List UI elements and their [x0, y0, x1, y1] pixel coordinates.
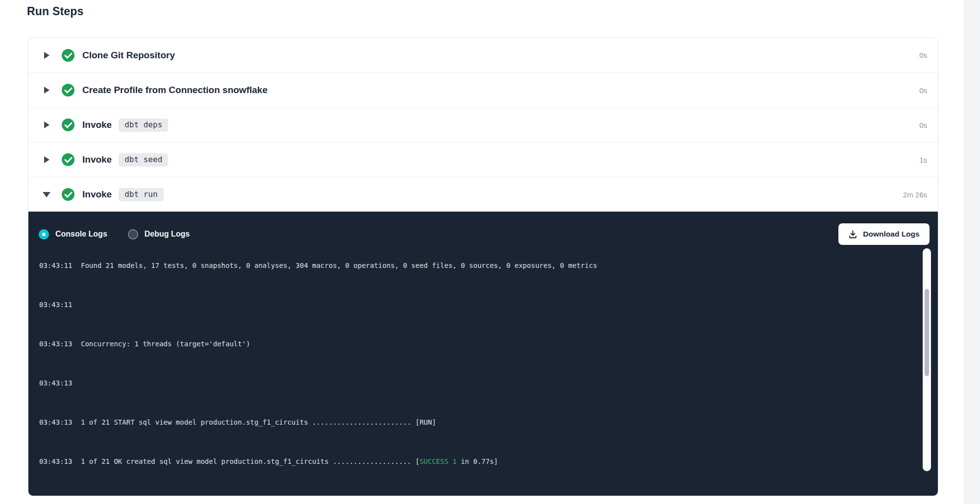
log-message-suffix: in 0.77s]: [457, 457, 498, 465]
log-timestamp: 03:43:13: [39, 417, 81, 427]
step-duration: 0s: [919, 121, 927, 129]
console-logs-radio[interactable]: [39, 229, 49, 240]
log-message: Concurrency: 1 threads (target='default'…: [81, 340, 250, 348]
log-timestamp: 03:43:13: [39, 378, 81, 388]
run-steps-list: Clone Git Repository 0s Create Profile f…: [28, 38, 938, 212]
step-expander[interactable]: [42, 52, 51, 59]
caret-right-icon[interactable]: [44, 121, 49, 128]
log-timestamp: 03:43:11: [39, 300, 81, 310]
run-steps-card: Clone Git Repository 0s Create Profile f…: [28, 37, 938, 496]
console-log-output: 03:43:11Found 21 models, 17 tests, 0 sna…: [39, 245, 918, 490]
check-circle-icon: [62, 84, 74, 96]
log-line: 03:43:11: [39, 300, 918, 310]
caret-down-icon[interactable]: [43, 192, 50, 197]
step-label: Invoke: [82, 154, 112, 165]
page-title: Run Steps: [27, 5, 84, 18]
run-step-row[interactable]: Invoke dbt deps 0s: [28, 107, 938, 142]
check-circle-icon: [62, 188, 74, 201]
caret-right-icon[interactable]: [44, 52, 49, 59]
step-label: Create Profile from Connection snowflake: [82, 85, 268, 96]
run-step-row[interactable]: Invoke dbt run 2m 26s: [28, 177, 938, 212]
log-line: 03:43:131 of 21 START sql view model pro…: [39, 417, 918, 427]
download-icon: [848, 230, 858, 239]
step-duration: 2m 26s: [903, 191, 927, 199]
run-step-row[interactable]: Create Profile from Connection snowflake…: [28, 72, 938, 107]
check-circle-icon: [62, 119, 74, 131]
download-logs-label: Download Logs: [863, 230, 919, 239]
step-command-badge: dbt run: [119, 188, 163, 201]
console-log-panel: Console Logs Debug Logs Download Logs 03…: [28, 212, 938, 496]
step-label: Invoke: [82, 189, 112, 200]
step-command-badge: dbt seed: [119, 153, 168, 167]
log-message: 1 of 21 OK created sql view model produc…: [81, 457, 419, 465]
log-timestamp: 03:43:13: [39, 339, 81, 349]
log-scrollbar-track[interactable]: [923, 248, 931, 471]
step-duration: 0s: [919, 86, 927, 95]
log-line: 03:43:13Concurrency: 1 threads (target='…: [39, 339, 918, 349]
run-step-row[interactable]: Clone Git Repository 0s: [28, 38, 938, 72]
step-label: Clone Git Repository: [82, 50, 175, 61]
step-duration: 1s: [919, 156, 927, 164]
console-logs-label[interactable]: Console Logs: [55, 230, 107, 239]
debug-logs-label[interactable]: Debug Logs: [145, 230, 190, 239]
log-line: 03:43:11Found 21 models, 17 tests, 0 sna…: [39, 261, 918, 270]
step-expander[interactable]: [42, 87, 51, 94]
step-expander[interactable]: [42, 156, 51, 163]
step-label: Invoke: [82, 120, 112, 130]
check-circle-icon: [62, 153, 74, 166]
log-message: 1 of 21 START sql view model production.…: [81, 418, 436, 426]
step-duration: 0s: [919, 51, 927, 59]
log-timestamp: 03:43:11: [39, 261, 81, 270]
step-expander[interactable]: [42, 121, 51, 128]
log-type-switcher: Console Logs Debug Logs: [39, 223, 210, 245]
debug-logs-radio[interactable]: [128, 229, 138, 240]
log-message: Found 21 models, 17 tests, 0 snapshots, …: [81, 262, 597, 269]
step-command-badge: dbt deps: [119, 119, 168, 132]
log-timestamp: 03:43:13: [39, 456, 81, 466]
log-scrollbar-thumb[interactable]: [925, 289, 929, 376]
page-right-gutter: [964, 0, 980, 504]
download-logs-button[interactable]: Download Logs: [838, 223, 930, 245]
check-circle-icon: [62, 49, 74, 62]
caret-right-icon[interactable]: [44, 156, 49, 163]
caret-right-icon[interactable]: [44, 87, 49, 94]
log-line: 03:43:131 of 21 OK created sql view mode…: [39, 456, 918, 466]
run-step-row[interactable]: Invoke dbt seed 1s: [28, 142, 938, 177]
log-line: 03:43:13: [39, 378, 918, 388]
log-success-status: SUCCESS 1: [419, 457, 457, 465]
step-expander[interactable]: [42, 192, 51, 197]
